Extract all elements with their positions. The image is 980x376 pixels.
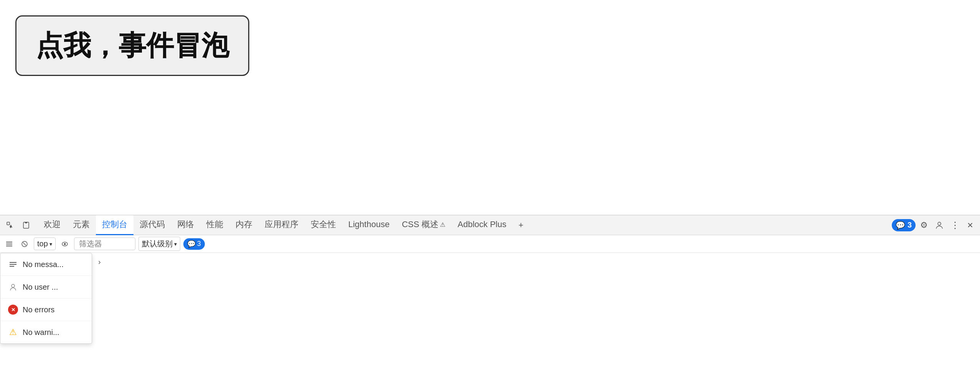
expand-sidebar-arrow[interactable]: ›: [95, 256, 104, 268]
error-icon: ✕: [8, 305, 18, 315]
svg-line-8: [23, 242, 26, 246]
devtools-panel: 欢迎 元素 控制台 源代码 网络 性能 内存 应用程序 安全性 Lighthou…: [0, 215, 980, 376]
user-messages-label: No user ...: [23, 283, 58, 292]
user-icon: [8, 282, 18, 292]
settings-button[interactable]: ⚙: [917, 218, 931, 232]
more-options-button[interactable]: ⋮: [948, 218, 962, 232]
tab-performance[interactable]: 性能: [200, 215, 229, 235]
svg-rect-0: [7, 222, 10, 225]
device-toolbar-icon[interactable]: [19, 218, 33, 232]
toolbar-badge[interactable]: 💬 3: [183, 238, 205, 250]
tab-console[interactable]: 控制台: [96, 215, 133, 235]
all-messages-label: No messa...: [23, 260, 64, 269]
svg-point-10: [64, 243, 66, 245]
context-label: top: [37, 239, 48, 248]
sidebar-toggle-button[interactable]: [3, 238, 15, 250]
dropdown-all-messages[interactable]: No messa...: [0, 253, 92, 276]
devtools-left-icons: [3, 218, 33, 232]
svg-point-3: [938, 222, 941, 225]
dropdown-user-messages[interactable]: No user ...: [0, 276, 92, 298]
filter-input[interactable]: [74, 237, 135, 250]
messages-badge-button[interactable]: 💬 3: [892, 219, 916, 231]
svg-rect-4: [6, 242, 12, 242]
messages-list-icon: [8, 259, 18, 269]
inspect-element-icon[interactable]: [3, 218, 17, 232]
svg-rect-11: [10, 262, 16, 263]
event-bubble-button[interactable]: 点我，事件冒泡: [15, 15, 249, 76]
tab-welcome[interactable]: 欢迎: [38, 215, 67, 235]
profile-button[interactable]: [932, 218, 946, 232]
tab-application[interactable]: 应用程序: [259, 215, 305, 235]
context-selector[interactable]: top ▾: [34, 237, 56, 250]
svg-point-14: [12, 284, 15, 287]
level-selector[interactable]: 默认级别 ▾: [138, 237, 180, 251]
context-dropdown-arrow: ▾: [49, 241, 52, 247]
svg-rect-5: [6, 244, 12, 244]
svg-rect-6: [6, 246, 12, 246]
level-dropdown-arrow: ▾: [174, 241, 177, 247]
level-label: 默认级别: [142, 239, 173, 249]
dropdown-errors[interactable]: ✕ No errors: [0, 298, 92, 321]
dropdown-warnings[interactable]: ⚠ No warni...: [0, 321, 92, 343]
messages-count: 3: [908, 221, 912, 229]
svg-rect-2: [25, 222, 27, 223]
devtools-tabs-bar: 欢迎 元素 控制台 源代码 网络 性能 内存 应用程序 安全性 Lighthou…: [0, 215, 980, 235]
devtools-right-icons: 💬 3 ⚙ ⋮ ✕: [892, 218, 977, 232]
warning-icon: ⚠: [8, 327, 18, 337]
toolbar-badge-count: 3: [197, 240, 201, 248]
tab-network[interactable]: 网络: [171, 215, 200, 235]
eye-icon-button[interactable]: [59, 238, 71, 250]
close-devtools-button[interactable]: ✕: [963, 218, 977, 232]
warnings-label: No warni...: [23, 328, 59, 337]
tab-memory[interactable]: 内存: [229, 215, 259, 235]
filter-dropdown: No messa... No user ... ✕ No errors ⚠: [0, 253, 92, 344]
errors-label: No errors: [23, 305, 54, 314]
console-output-area: No messa... No user ... ✕ No errors ⚠: [0, 253, 980, 376]
tab-adblock[interactable]: Adblock Plus: [451, 215, 512, 235]
clear-console-button[interactable]: [18, 238, 31, 250]
svg-rect-12: [10, 264, 16, 265]
devtools-console-toolbar: top ▾ 默认级别 ▾ 💬 3: [0, 235, 980, 253]
tab-css-overview[interactable]: CSS 概述 ⚠: [396, 215, 451, 235]
tab-lighthouse[interactable]: Lighthouse: [342, 215, 396, 235]
tab-security[interactable]: 安全性: [305, 215, 342, 235]
browser-content: 点我，事件冒泡: [0, 0, 980, 219]
tab-elements[interactable]: 元素: [67, 215, 96, 235]
add-tab-button[interactable]: +: [514, 218, 528, 232]
svg-rect-13: [10, 266, 14, 267]
tab-sources[interactable]: 源代码: [133, 215, 171, 235]
